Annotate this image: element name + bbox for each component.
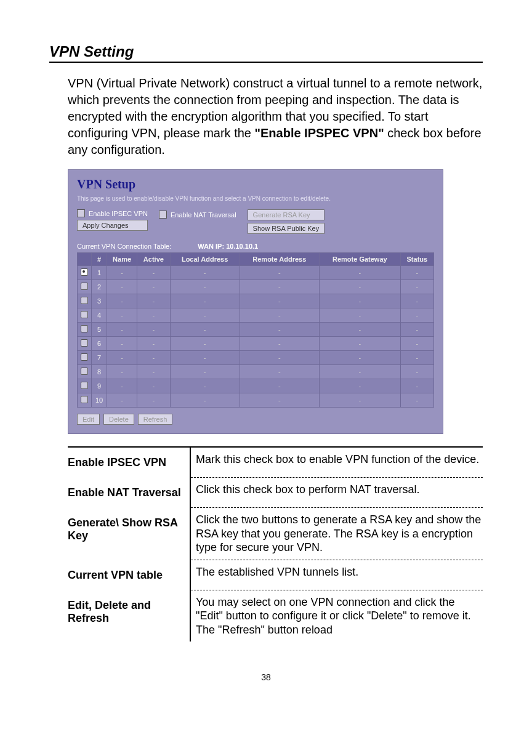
- desc-term: Edit, Delete and Refresh: [68, 590, 191, 642]
- row-select-radio[interactable]: [81, 297, 88, 304]
- refresh-button[interactable]: Refresh: [138, 414, 173, 425]
- table-cell: -: [137, 266, 170, 280]
- col-remote: Remote Address: [240, 253, 319, 266]
- edit-button[interactable]: Edit: [77, 414, 100, 425]
- table-cell: -: [107, 351, 137, 365]
- row-select-radio[interactable]: [81, 311, 88, 318]
- table-cell: -: [400, 351, 433, 365]
- table-cell: -: [240, 308, 319, 323]
- col-status: Status: [400, 253, 433, 266]
- vpn-setup-panel: VPN Setup This page is used to enable/di…: [68, 169, 443, 434]
- table-row: 2------: [78, 280, 434, 294]
- table-cell: -: [137, 365, 170, 379]
- table-cell: -: [137, 379, 170, 393]
- section-title: VPN Setting: [49, 43, 483, 63]
- table-cell: -: [400, 379, 433, 393]
- row-select-radio[interactable]: [81, 268, 88, 276]
- table-cell: -: [240, 351, 319, 365]
- row-select-radio[interactable]: [81, 382, 88, 389]
- intro-paragraph: VPN (Virtual Private Network) construct …: [68, 75, 483, 158]
- table-cell: -: [320, 351, 401, 365]
- table-cell: -: [320, 337, 401, 351]
- description-table: Enable IPSEC VPNMark this check box to e…: [68, 446, 483, 641]
- row-select-radio[interactable]: [81, 339, 88, 347]
- enable-ipsec-label: Enable IPSEC VPN: [89, 210, 148, 217]
- apply-changes-button[interactable]: Apply Changes: [77, 220, 148, 231]
- table-cell: -: [137, 308, 170, 323]
- table-cell: -: [170, 393, 240, 408]
- table-cell: -: [107, 337, 137, 351]
- table-cell: -: [240, 323, 319, 337]
- table-cell: -: [400, 393, 433, 408]
- table-row: 4------: [78, 308, 434, 323]
- table-cell: -: [240, 280, 319, 294]
- row-number: 10: [92, 393, 107, 408]
- table-cell: -: [137, 280, 170, 294]
- table-cell: -: [240, 266, 319, 280]
- col-name: Name: [107, 253, 137, 266]
- table-cell: -: [107, 280, 137, 294]
- col-num: #: [92, 253, 107, 266]
- page-number: 38: [49, 672, 483, 682]
- row-select-radio[interactable]: [81, 283, 88, 290]
- table-cell: -: [320, 280, 401, 294]
- table-cell: -: [400, 308, 433, 323]
- table-cell: -: [400, 280, 433, 294]
- table-cell: -: [400, 323, 433, 337]
- show-rsa-button[interactable]: Show RSA Public Key: [248, 223, 325, 234]
- row-number: 1: [92, 266, 107, 280]
- table-cell: -: [137, 337, 170, 351]
- table-cell: -: [240, 337, 319, 351]
- desc-term: Current VPN table: [68, 560, 191, 590]
- table-cell: -: [107, 379, 137, 393]
- table-cell: -: [320, 294, 401, 308]
- row-select-radio[interactable]: [81, 353, 88, 361]
- table-cell: -: [320, 393, 401, 408]
- row-select-radio[interactable]: [81, 325, 88, 332]
- table-row: 1------: [78, 266, 434, 280]
- row-number: 3: [92, 294, 107, 308]
- table-cell: -: [137, 323, 170, 337]
- enable-ipsec-checkbox[interactable]: [77, 209, 85, 217]
- desc-term: Enable NAT Traversal: [68, 478, 191, 508]
- row-number: 7: [92, 351, 107, 365]
- desc-term: Generate\ Show RSA Key: [68, 508, 191, 560]
- row-number: 6: [92, 337, 107, 351]
- table-cell: -: [107, 308, 137, 323]
- table-row: 7------: [78, 351, 434, 365]
- table-cell: -: [240, 379, 319, 393]
- desc-term: Enable IPSEC VPN: [68, 448, 191, 478]
- table-cell: -: [170, 266, 240, 280]
- desc-text: The established VPN tunnels list.: [191, 560, 483, 590]
- table-cell: -: [170, 308, 240, 323]
- table-cell: -: [137, 294, 170, 308]
- desc-text: You may select on one VPN connection and…: [191, 590, 483, 642]
- desc-text: Click the two buttons to generate a RSA …: [191, 508, 483, 560]
- table-cell: -: [170, 280, 240, 294]
- col-gateway: Remote Gateway: [320, 253, 401, 266]
- enable-nat-checkbox[interactable]: [159, 211, 167, 219]
- table-cell: -: [107, 294, 137, 308]
- row-number: 4: [92, 308, 107, 323]
- row-select-radio[interactable]: [81, 396, 88, 403]
- delete-button[interactable]: Delete: [103, 414, 134, 425]
- desc-text: Click this check box to perform NAT trav…: [191, 478, 483, 508]
- vpn-connection-table: # Name Active Local Address Remote Addre…: [77, 252, 434, 408]
- table-cell: -: [320, 323, 401, 337]
- table-cell: -: [170, 323, 240, 337]
- row-number: 5: [92, 323, 107, 337]
- table-cell: -: [400, 365, 433, 379]
- table-cell: -: [400, 294, 433, 308]
- table-cell: -: [320, 308, 401, 323]
- table-cell: -: [400, 266, 433, 280]
- table-cell: -: [240, 365, 319, 379]
- table-cell: -: [170, 365, 240, 379]
- generate-rsa-button[interactable]: Generate RSA Key: [248, 209, 325, 220]
- table-row: 6------: [78, 337, 434, 351]
- table-cell: -: [240, 393, 319, 408]
- table-cell: -: [170, 351, 240, 365]
- table-row: 9------: [78, 379, 434, 393]
- table-cell: -: [320, 365, 401, 379]
- table-cell: -: [320, 266, 401, 280]
- row-select-radio[interactable]: [81, 368, 88, 375]
